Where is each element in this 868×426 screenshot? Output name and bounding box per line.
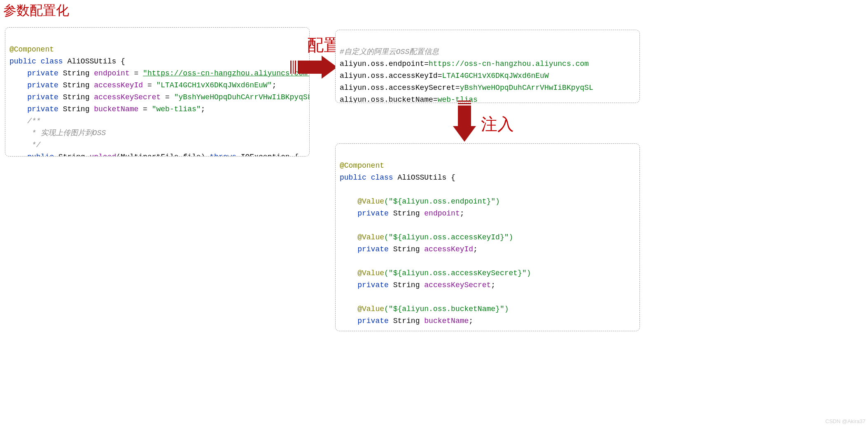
eq: = — [438, 72, 442, 80]
brace: { — [446, 173, 455, 182]
comment-body: * 实现上传图片到OSS — [27, 129, 106, 137]
arrow-right-icon — [298, 56, 337, 79]
value-expr-endpoint: ("${aliyun.oss.endpoint}") — [384, 197, 500, 206]
kw-throws: throws — [210, 153, 236, 157]
kw-class: class — [41, 57, 63, 66]
method-upload: upload — [89, 153, 116, 157]
eq: = — [455, 84, 460, 92]
type-string: String — [393, 281, 420, 289]
annotation-value: @Value — [357, 197, 384, 206]
class-name: AliOSSUtils — [67, 57, 116, 66]
kw-private: private — [357, 317, 389, 325]
code-box-injected: @Component public class AliOSSUtils { @V… — [335, 143, 640, 331]
method-params: (MultipartFile file) — [116, 153, 205, 157]
prop-key-accessKeySecret: aliyun.oss.accessKeySecret — [340, 84, 455, 92]
eq: = — [433, 96, 438, 103]
field-accessKeyId: accessKeyId — [94, 81, 143, 89]
annotation-component: @Component — [340, 162, 384, 170]
value-bucketName: "web-tlias" — [152, 105, 201, 113]
field-bucketName: bucketName — [424, 317, 469, 325]
comment-close: */ — [27, 141, 40, 149]
field-endpoint: endpoint — [424, 209, 460, 218]
prop-val-accessKeySecret: yBshYweHOpqDuhCArrVHwIiBKpyqSL — [460, 84, 593, 92]
kw-public: public — [27, 153, 54, 157]
prop-key-bucketName: aliyun.oss.bucketName — [340, 96, 433, 103]
eq: = — [424, 60, 429, 68]
value-expr-accessKeyId: ("${aliyun.oss.accessKeyId}") — [384, 233, 513, 241]
prop-val-endpoint: https://oss-cn-hangzhou.aliyuncs.com — [429, 60, 589, 68]
type-string: String — [63, 105, 90, 113]
field-accessKeySecret: accessKeySecret — [424, 281, 491, 289]
semi: ; — [469, 317, 473, 325]
kw-private: private — [357, 245, 389, 253]
comment-open: /** — [27, 117, 40, 125]
eq: = — [143, 81, 156, 89]
eq: = — [138, 105, 152, 113]
type-string: String — [58, 153, 85, 157]
field-accessKeyId: accessKeyId — [424, 245, 473, 253]
value-expr-accessKeySecret: ("${aliyun.oss.accessKeySecret}") — [384, 269, 531, 277]
eq: = — [130, 69, 143, 77]
annotation-value: @Value — [357, 305, 384, 313]
type-string: String — [393, 209, 420, 218]
code-box-config: #自定义的阿里云OSS配置信息 aliyun.oss.endpoint=http… — [335, 30, 640, 103]
arrow-config: 配置 — [295, 34, 340, 79]
brace: { — [116, 57, 125, 66]
type-string: String — [393, 317, 420, 325]
value-accessKeyId: "LTAI4GCH1vX6DKqJWxd6nEuW" — [156, 81, 272, 89]
field-accessKeySecret: accessKeySecret — [94, 93, 161, 101]
kw-private: private — [357, 281, 389, 289]
brace: { — [290, 153, 299, 157]
eq: = — [161, 93, 174, 101]
kw-public: public — [340, 173, 366, 182]
type-string: String — [63, 93, 90, 101]
config-comment: #自定义的阿里云OSS配置信息 — [340, 48, 439, 56]
semi: ; — [201, 105, 205, 113]
exception: IOException — [241, 153, 290, 157]
prop-key-accessKeyId: aliyun.oss.accessKeyId — [340, 72, 438, 80]
page-title: 参数配置化 — [3, 2, 69, 20]
kw-private: private — [357, 209, 389, 218]
class-name: AliOSSUtils — [397, 173, 446, 182]
semi: ; — [460, 209, 464, 218]
prop-val-accessKeyId: LTAI4GCH1vX6DKqJWxd6nEuW — [442, 72, 548, 80]
arrow-inject: 注入 — [453, 106, 514, 142]
kw-private: private — [27, 69, 58, 77]
kw-private: private — [27, 81, 58, 89]
kw-private: private — [27, 93, 58, 101]
semi: ; — [473, 245, 478, 253]
semi: ; — [272, 81, 276, 89]
annotation-value: @Value — [357, 233, 384, 241]
arrow-inject-label: 注入 — [481, 113, 514, 136]
value-endpoint: "https://oss-cn-hangzhou.aliyuncs.com" — [143, 69, 310, 77]
watermark: CSDN @Akira37 — [825, 418, 866, 424]
kw-private: private — [27, 105, 58, 113]
value-expr-bucketName: ("${aliyun.oss.bucketName}") — [384, 305, 509, 313]
field-bucketName: bucketName — [94, 105, 138, 113]
type-string: String — [63, 69, 90, 77]
annotation-value: @Value — [357, 269, 384, 277]
kw-public: public — [9, 57, 36, 66]
arrow-down-icon — [453, 106, 476, 142]
prop-key-endpoint: aliyun.oss.endpoint — [340, 60, 424, 68]
semi: ; — [491, 281, 495, 289]
annotation-component: @Component — [9, 45, 54, 54]
value-accessKeySecret: "yBshYweHOpqDuhCArrVHwIiBKpyqSL" — [174, 93, 310, 101]
code-box-original: @Component public class AliOSSUtils { pr… — [5, 27, 310, 157]
kw-class: class — [371, 173, 393, 182]
type-string: String — [393, 245, 420, 253]
type-string: String — [63, 81, 90, 89]
field-endpoint: endpoint — [94, 69, 129, 77]
